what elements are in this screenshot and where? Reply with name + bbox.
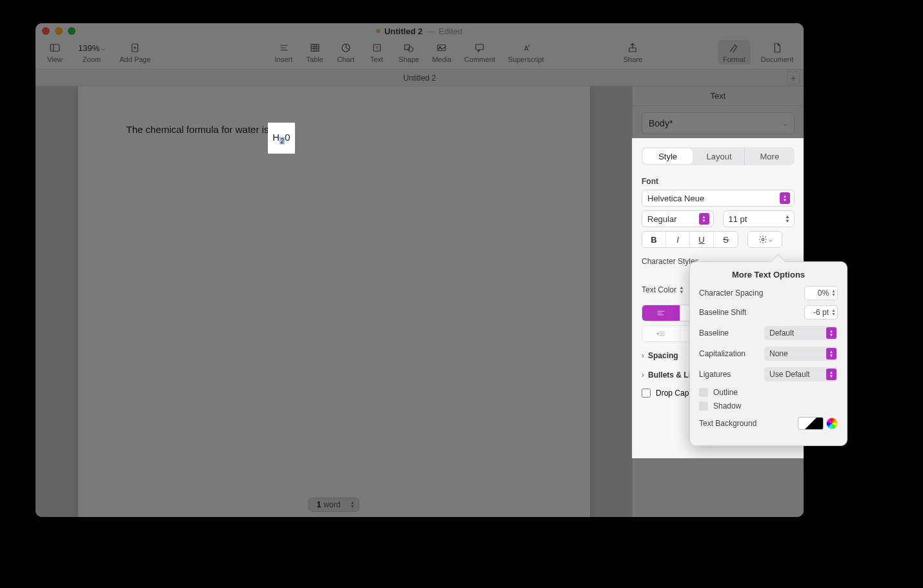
zoom-value: 139%⌵ (78, 41, 105, 54)
popover-title: More Text Options (699, 270, 838, 279)
font-section-label: Font (633, 173, 804, 188)
gear-icon (758, 235, 767, 244)
italic-button[interactable]: I (666, 232, 690, 247)
title-text: Untitled 2 (384, 26, 422, 36)
tab-style[interactable]: Style (643, 148, 693, 164)
char-spacing-label: Character Spacing (699, 289, 763, 298)
svg-text:1: 1 (528, 44, 531, 48)
table-button[interactable]: Table (302, 40, 328, 65)
chevron-updown-icon: ▲▼ (350, 501, 354, 509)
shadow-label: Shadow (713, 401, 741, 411)
document-icon (770, 41, 784, 54)
chevron-down-icon: ⌵ (101, 45, 105, 52)
title-separator: — (427, 26, 435, 36)
outline-label: Outline (713, 388, 738, 397)
capitalization-dropdown[interactable]: None ▲▼ (764, 347, 838, 361)
document-button[interactable]: Document (757, 40, 797, 65)
stepper-icon[interactable]: ▲▼ (831, 309, 836, 316)
window-title: Untitled 2 — Edited (36, 26, 804, 36)
chart-button[interactable]: Chart (333, 40, 359, 65)
share-button[interactable]: Share (620, 40, 646, 65)
stepper-icon[interactable]: ▲▼ (831, 289, 836, 297)
new-tab-button[interactable]: + (787, 72, 800, 85)
text-icon: T (370, 41, 384, 54)
canvas[interactable]: The chemical formula for water is H20 1 … (36, 86, 632, 517)
svg-rect-8 (311, 45, 319, 52)
svg-rect-20 (476, 45, 483, 50)
chevron-down-icon: ⌵ (769, 236, 772, 243)
insert-button[interactable]: Insert (271, 40, 297, 65)
inspector-segment[interactable]: Style Layout More (642, 147, 795, 165)
text-style-group: B I U S (642, 231, 738, 248)
char-spacing-field[interactable]: 0% ▲▼ (804, 286, 838, 300)
stepper-icon[interactable]: ▲▼ (785, 214, 790, 223)
zoom-button[interactable]: 139%⌵ Zoom (74, 40, 109, 65)
media-icon (434, 41, 449, 54)
more-options-button[interactable]: ⌵ (747, 231, 782, 248)
font-weight-dropdown[interactable]: Regular ▲▼ (642, 210, 714, 227)
paragraph-style-dropdown[interactable]: Body* ⌵ (642, 112, 795, 134)
dropdown-arrows-icon: ▲▼ (699, 213, 709, 225)
add-page-button[interactable]: Add Page (116, 40, 154, 65)
document-tabs: Untitled 2 + (36, 70, 804, 86)
comment-button[interactable]: Comment (460, 40, 499, 65)
font-family-dropdown[interactable]: Helvetica Neue ▲▼ (642, 190, 795, 207)
capitalization-label: Capitalization (699, 349, 746, 358)
align-left-button[interactable] (642, 305, 680, 321)
share-icon (625, 41, 640, 54)
sidebar-icon (48, 41, 62, 54)
add-page-icon (128, 41, 142, 54)
text-button[interactable]: T Text (364, 40, 390, 65)
color-picker-button[interactable] (826, 418, 838, 429)
toolbar: View 139%⌵ Zoom Add Page Insert Table Ch… (36, 39, 804, 70)
chart-icon (339, 41, 353, 54)
word-count[interactable]: 1 word ▲▼ (309, 498, 360, 512)
inspector-tab-text[interactable]: Text (633, 86, 804, 106)
text-background-swatch[interactable] (798, 417, 824, 430)
outdent-button[interactable] (642, 326, 680, 341)
table-icon (308, 41, 322, 54)
underline-button[interactable]: U (690, 232, 714, 247)
bold-button[interactable]: B (642, 232, 666, 247)
baseline-shift-label: Baseline Shift (699, 308, 746, 317)
strikethrough-button[interactable]: S (714, 232, 738, 247)
page[interactable]: The chemical formula for water is H20 (78, 86, 590, 517)
svg-text:T: T (375, 45, 378, 51)
outline-checkbox[interactable] (699, 388, 708, 397)
titlebar: Untitled 2 — Edited (36, 23, 804, 39)
superscript-icon: A1 (519, 41, 533, 54)
view-button[interactable]: View (42, 40, 68, 65)
comment-icon (472, 41, 487, 54)
tab-layout[interactable]: Layout (694, 147, 744, 165)
svg-rect-0 (50, 45, 59, 52)
format-icon (727, 41, 741, 54)
document-text[interactable]: The chemical formula for water is H20 (127, 124, 292, 135)
dropdown-arrows-icon: ▲▼ (826, 327, 837, 339)
shadow-checkbox[interactable] (699, 401, 708, 411)
shape-button[interactable]: Shape (395, 40, 423, 65)
edited-label: Edited (439, 26, 463, 36)
svg-point-24 (762, 238, 764, 241)
insert-icon (277, 41, 291, 54)
format-button[interactable]: Format (718, 40, 751, 65)
baseline-shift-field[interactable]: -6 pt ▲▼ (804, 305, 838, 319)
chevron-down-icon: ⌵ (784, 120, 787, 127)
more-text-options-popover: More Text Options Character Spacing 0% ▲… (689, 261, 847, 446)
bright-formula: H20 (272, 132, 290, 145)
text-background-label: Text Background (699, 419, 756, 428)
dropdown-arrows-icon: ▲▼ (780, 192, 790, 204)
baseline-dropdown[interactable]: Default ▲▼ (764, 326, 838, 340)
unsaved-dot-icon (376, 29, 380, 33)
dropdown-arrows-icon: ▲▼ (826, 369, 837, 380)
shape-icon (401, 41, 416, 54)
ligatures-dropdown[interactable]: Use Default ▲▼ (764, 367, 838, 381)
dropdown-arrows-icon: ▲▼ (826, 348, 837, 360)
media-button[interactable]: Media (428, 40, 455, 65)
tab-untitled[interactable]: Untitled 2 (403, 74, 436, 83)
drop-cap-checkbox[interactable] (642, 389, 651, 398)
font-size-field[interactable]: 11 pt ▲▼ (723, 210, 795, 227)
superscript-button[interactable]: A1 Superscript (504, 40, 548, 65)
tab-more[interactable]: More (745, 147, 795, 165)
drop-cap-label: Drop Cap (656, 389, 689, 398)
baseline-label: Baseline (699, 329, 729, 338)
